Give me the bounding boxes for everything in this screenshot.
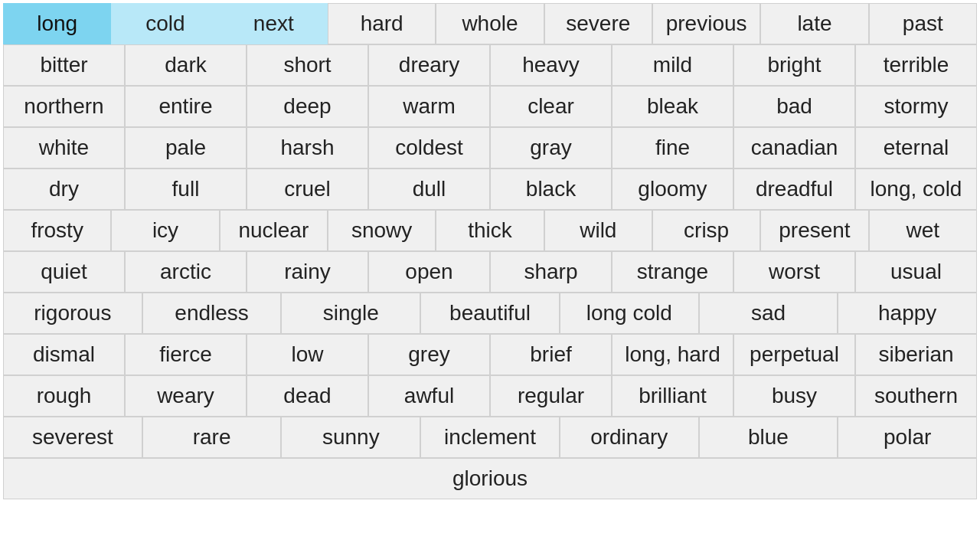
word-chip[interactable]: ordinary xyxy=(560,417,699,458)
word-chip[interactable]: full xyxy=(125,168,247,210)
word-chip[interactable]: previous xyxy=(652,3,760,44)
word-chip[interactable]: rough xyxy=(3,375,125,417)
word-chip[interactable]: heavy xyxy=(490,44,612,86)
word-chip[interactable]: frosty xyxy=(3,210,111,251)
word-chip[interactable]: awful xyxy=(368,375,490,417)
word-row: whitepaleharshcoldestgrayfinecanadianete… xyxy=(3,127,977,168)
word-chip[interactable]: long cold xyxy=(560,293,699,334)
word-row: northernentiredeepwarmclearbleakbadstorm… xyxy=(3,86,977,127)
word-chip[interactable]: dreary xyxy=(368,44,490,86)
word-chip[interactable]: canadian xyxy=(733,127,855,168)
word-chip[interactable]: rigorous xyxy=(3,293,142,334)
word-chip[interactable]: warm xyxy=(368,86,490,127)
word-chip[interactable]: regular xyxy=(490,375,612,417)
word-chip[interactable]: wild xyxy=(544,210,652,251)
word-chip[interactable]: cruel xyxy=(247,168,368,210)
word-chip[interactable]: dreadful xyxy=(733,168,855,210)
word-chip[interactable]: inclement xyxy=(420,417,560,458)
word-chip[interactable]: eternal xyxy=(855,127,977,168)
word-chip[interactable]: severe xyxy=(544,3,652,44)
word-chip[interactable]: perpetual xyxy=(733,334,855,375)
word-chip[interactable]: bleak xyxy=(612,86,733,127)
word-chip[interactable]: dismal xyxy=(3,334,125,375)
word-chip[interactable]: icy xyxy=(111,210,219,251)
word-chip[interactable]: siberian xyxy=(855,334,977,375)
word-chip[interactable]: next xyxy=(220,3,328,44)
word-chip[interactable]: busy xyxy=(733,375,855,417)
word-chip[interactable]: late xyxy=(760,3,868,44)
word-chip[interactable]: white xyxy=(3,127,125,168)
word-chip[interactable]: brilliant xyxy=(612,375,733,417)
word-chip[interactable]: long xyxy=(3,3,111,44)
word-chip[interactable]: bad xyxy=(733,86,855,127)
word-row: glorious xyxy=(3,458,977,499)
word-chip[interactable]: fierce xyxy=(125,334,247,375)
word-chip[interactable]: bitter xyxy=(3,44,125,86)
word-chip[interactable]: entire xyxy=(125,86,247,127)
word-row: longcoldnexthardwholeseverepreviouslatep… xyxy=(3,3,977,44)
word-chip[interactable]: worst xyxy=(733,251,855,293)
word-chip[interactable]: rainy xyxy=(247,251,368,293)
word-row: frostyicynuclearsnowythickwildcrispprese… xyxy=(3,210,977,251)
word-chip[interactable]: bright xyxy=(733,44,855,86)
word-chip[interactable]: deep xyxy=(247,86,368,127)
word-chip[interactable]: polar xyxy=(838,417,977,458)
word-chip[interactable]: gloomy xyxy=(612,168,733,210)
word-chip[interactable]: sunny xyxy=(281,417,420,458)
word-chip[interactable]: severest xyxy=(3,417,142,458)
word-chip[interactable]: dark xyxy=(125,44,247,86)
word-chip[interactable]: pale xyxy=(125,127,247,168)
word-chip[interactable]: coldest xyxy=(368,127,490,168)
word-chip[interactable]: black xyxy=(490,168,612,210)
word-chip[interactable]: stormy xyxy=(855,86,977,127)
word-chip[interactable]: quiet xyxy=(3,251,125,293)
word-chip[interactable]: single xyxy=(281,293,420,334)
word-chip[interactable]: cold xyxy=(111,3,219,44)
word-chip[interactable]: wet xyxy=(869,210,977,251)
word-chip[interactable]: hard xyxy=(328,3,436,44)
word-chip[interactable]: thick xyxy=(436,210,544,251)
word-chip[interactable]: happy xyxy=(838,293,977,334)
word-row: quietarcticrainyopensharpstrangeworstusu… xyxy=(3,251,977,293)
word-row: dismalfiercelowgreybrieflong, hardperpet… xyxy=(3,334,977,375)
word-chip[interactable]: northern xyxy=(3,86,125,127)
word-chip[interactable]: endless xyxy=(142,293,282,334)
word-grid: longcoldnexthardwholeseverepreviouslatep… xyxy=(0,0,980,502)
word-chip[interactable]: blue xyxy=(699,417,838,458)
word-chip[interactable]: arctic xyxy=(125,251,247,293)
word-chip[interactable]: clear xyxy=(490,86,612,127)
word-chip[interactable]: harsh xyxy=(247,127,368,168)
word-chip[interactable]: sharp xyxy=(490,251,612,293)
word-chip[interactable]: low xyxy=(247,334,368,375)
word-chip[interactable]: weary xyxy=(125,375,247,417)
word-chip[interactable]: glorious xyxy=(3,458,977,499)
word-chip[interactable]: grey xyxy=(368,334,490,375)
word-chip[interactable]: rare xyxy=(142,417,282,458)
word-chip[interactable]: mild xyxy=(612,44,733,86)
word-chip[interactable]: dry xyxy=(3,168,125,210)
word-chip[interactable]: open xyxy=(368,251,490,293)
word-chip[interactable]: present xyxy=(760,210,868,251)
word-chip[interactable]: beautiful xyxy=(420,293,560,334)
word-chip[interactable]: brief xyxy=(490,334,612,375)
word-chip[interactable]: long, cold xyxy=(855,168,977,210)
word-chip[interactable]: southern xyxy=(855,375,977,417)
word-chip[interactable]: past xyxy=(869,3,977,44)
word-chip[interactable]: nuclear xyxy=(220,210,328,251)
word-chip[interactable]: gray xyxy=(490,127,612,168)
word-chip[interactable]: dull xyxy=(368,168,490,210)
word-chip[interactable]: strange xyxy=(612,251,733,293)
word-row: dryfullcrueldullblackgloomydreadfullong,… xyxy=(3,168,977,210)
word-chip[interactable]: snowy xyxy=(328,210,436,251)
word-chip[interactable]: crisp xyxy=(652,210,760,251)
word-row: bitterdarkshortdrearyheavymildbrightterr… xyxy=(3,44,977,86)
word-chip[interactable]: terrible xyxy=(855,44,977,86)
word-chip[interactable]: short xyxy=(247,44,368,86)
word-chip[interactable]: long, hard xyxy=(612,334,733,375)
word-chip[interactable]: fine xyxy=(612,127,733,168)
word-chip[interactable]: sad xyxy=(699,293,838,334)
word-chip[interactable]: usual xyxy=(855,251,977,293)
word-chip[interactable]: whole xyxy=(436,3,544,44)
word-chip[interactable]: dead xyxy=(247,375,368,417)
word-row: roughwearydeadawfulregularbrilliantbusys… xyxy=(3,375,977,417)
